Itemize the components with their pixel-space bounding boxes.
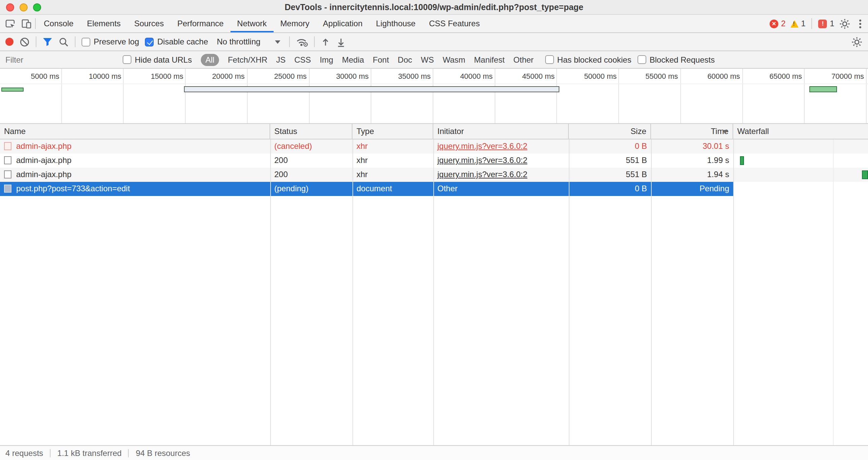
- issues-badge[interactable]: 1: [818, 19, 834, 28]
- timeline-tick-label: 15000 ms: [151, 72, 183, 80]
- has-blocked-cookies-label: Has blocked cookies: [557, 55, 631, 64]
- request-waterfall-cell: [733, 139, 868, 154]
- request-size-cell: 551 B: [569, 154, 651, 168]
- timeline-tick-label: 70000 ms: [831, 72, 864, 80]
- inspect-icon[interactable]: [5, 18, 16, 29]
- filter-pill-doc[interactable]: Doc: [398, 55, 412, 64]
- close-button[interactable]: [6, 3, 14, 11]
- column-header-type[interactable]: Type: [352, 124, 433, 139]
- device-toolbar-icon[interactable]: [21, 18, 32, 29]
- record-icon[interactable]: [5, 38, 13, 46]
- column-divider[interactable]: [352, 139, 353, 445]
- network-toolbar: Preserve log Disable cache No throttling: [0, 33, 868, 51]
- request-status-cell: (pending): [270, 182, 352, 196]
- console-warnings-badge[interactable]: 1: [790, 19, 805, 28]
- network-overview-timeline[interactable]: 5000 ms 10000 ms 15000 ms 20000 ms 25000…: [0, 69, 868, 124]
- divider: [289, 36, 290, 47]
- filter-pill-ws[interactable]: WS: [421, 55, 434, 64]
- filter-pill-manifest[interactable]: Manifest: [474, 55, 505, 64]
- tab-performance[interactable]: Performance: [170, 15, 230, 32]
- error-count: 2: [781, 19, 785, 28]
- checkbox-unchecked[interactable]: [545, 55, 554, 64]
- issues-badge-icon: [818, 19, 827, 28]
- tab-elements[interactable]: Elements: [80, 15, 127, 32]
- timeline-tick-label: 25000 ms: [274, 72, 307, 80]
- checkbox-unchecked[interactable]: [638, 55, 646, 64]
- settings-gear-icon[interactable]: [839, 18, 850, 29]
- preserve-log-checkbox[interactable]: Preserve log: [82, 37, 139, 46]
- import-har-icon[interactable]: [321, 37, 331, 47]
- table-row-admin-ajax-200[interactable]: admin-ajax.php 200 xhr jquery.min.js?ver…: [0, 168, 868, 182]
- filter-pill-css[interactable]: CSS: [294, 55, 311, 64]
- request-type-cell: xhr: [352, 154, 433, 168]
- disable-cache-checkbox[interactable]: Disable cache: [145, 37, 208, 46]
- column-header-name[interactable]: Name: [0, 124, 270, 139]
- column-divider[interactable]: [433, 139, 434, 445]
- request-name-cell: admin-ajax.php: [0, 139, 270, 154]
- initiator-link[interactable]: jquery.min.js?ver=3.6.0:2: [437, 156, 527, 165]
- blocked-requests-checkbox[interactable]: Blocked Requests: [638, 55, 715, 64]
- throttling-select[interactable]: No throttling: [214, 36, 283, 48]
- request-initiator-cell: jquery.min.js?ver=3.6.0:2: [433, 139, 569, 154]
- column-header-time[interactable]: Time: [651, 124, 733, 139]
- network-status-bar: 4 requests 1.1 kB transferred 94 B resou…: [0, 445, 868, 460]
- resource-type-filters: All Fetch/XHR JS CSS Img Media Font Doc …: [200, 54, 533, 66]
- network-settings-gear-icon[interactable]: [851, 36, 863, 48]
- search-icon[interactable]: [59, 37, 69, 47]
- filter-pill-media[interactable]: Media: [342, 55, 364, 64]
- table-row-post-php-selected[interactable]: post.php?post=733&action=edit (pending) …: [0, 182, 868, 196]
- filter-input[interactable]: [5, 55, 117, 64]
- timeline-tick-label: 50000 ms: [584, 72, 617, 80]
- column-header-status[interactable]: Status: [270, 124, 352, 139]
- table-row-admin-ajax-200[interactable]: admin-ajax.php 200 xhr jquery.min.js?ver…: [0, 154, 868, 168]
- filter-funnel-icon[interactable]: [42, 37, 53, 46]
- tab-console[interactable]: Console: [37, 15, 80, 32]
- column-divider[interactable]: [270, 139, 271, 445]
- filter-pill-js[interactable]: JS: [276, 55, 286, 64]
- minimize-button[interactable]: [20, 3, 28, 11]
- filter-pill-img[interactable]: Img: [320, 55, 333, 64]
- tab-network[interactable]: Network: [230, 15, 274, 32]
- export-har-icon[interactable]: [337, 37, 346, 47]
- checkbox-checked[interactable]: [145, 37, 154, 46]
- column-header-waterfall[interactable]: Waterfall: [733, 124, 868, 139]
- request-time-cell: 30.01 s: [651, 139, 733, 154]
- tab-css-features[interactable]: CSS Features: [422, 15, 487, 32]
- initiator-link[interactable]: jquery.min.js?ver=3.6.0:2: [437, 141, 527, 151]
- more-options-icon[interactable]: [859, 23, 861, 25]
- hide-data-urls-label: Hide data URLs: [135, 55, 192, 64]
- tab-lighthouse[interactable]: Lighthouse: [369, 15, 422, 32]
- column-header-size[interactable]: Size: [569, 124, 651, 139]
- warning-badge-icon: [790, 20, 798, 28]
- column-divider[interactable]: [651, 139, 652, 445]
- table-row-admin-ajax-canceled[interactable]: admin-ajax.php (canceled) xhr jquery.min…: [0, 139, 868, 154]
- request-time-cell: Pending: [651, 182, 733, 196]
- request-waterfall-cell: [733, 154, 868, 168]
- filter-pill-font[interactable]: Font: [373, 55, 389, 64]
- waterfall-gridline: [833, 139, 834, 445]
- filter-pill-wasm[interactable]: Wasm: [443, 55, 465, 64]
- column-divider[interactable]: [733, 139, 734, 445]
- checkbox-unchecked[interactable]: [123, 55, 131, 64]
- timeline-tick-label: 10000 ms: [89, 72, 121, 80]
- filter-pill-fetch-xhr[interactable]: Fetch/XHR: [228, 55, 267, 64]
- request-type-cell: xhr: [352, 139, 433, 154]
- warning-count: 1: [801, 19, 805, 28]
- tab-sources[interactable]: Sources: [127, 15, 170, 32]
- tab-application[interactable]: Application: [316, 15, 369, 32]
- console-errors-badge[interactable]: 2: [770, 19, 785, 28]
- column-header-initiator[interactable]: Initiator: [433, 124, 569, 139]
- has-blocked-cookies-checkbox[interactable]: Has blocked cookies: [545, 55, 631, 64]
- initiator-link[interactable]: jquery.min.js?ver=3.6.0:2: [437, 170, 527, 179]
- column-divider[interactable]: [569, 139, 569, 445]
- checkbox-unchecked[interactable]: [82, 37, 90, 46]
- zoom-button[interactable]: [33, 3, 41, 11]
- filter-pill-other[interactable]: Other: [514, 55, 534, 64]
- request-time-cell: 1.94 s: [651, 168, 733, 182]
- tab-memory[interactable]: Memory: [274, 15, 316, 32]
- hide-data-urls-checkbox[interactable]: Hide data URLs: [123, 55, 192, 64]
- clear-icon[interactable]: [20, 37, 30, 47]
- request-type-cell: document: [352, 182, 433, 196]
- filter-pill-all[interactable]: All: [200, 54, 219, 66]
- network-conditions-icon[interactable]: [296, 37, 308, 47]
